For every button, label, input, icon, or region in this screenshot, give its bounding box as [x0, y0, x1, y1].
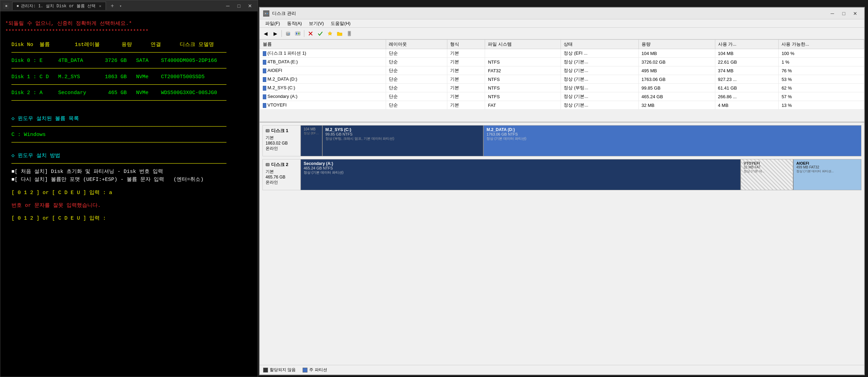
minimize-button[interactable]: ─ — [223, 2, 233, 9]
cell-volume: M.2_SYS (C:) — [260, 84, 386, 92]
cell-layout: 단순 — [386, 92, 447, 101]
disk2-sep: ────────────────────────────────────────… — [5, 97, 253, 105]
disk2-icon — [266, 163, 270, 167]
cell-capacity: 104 MB — [638, 49, 715, 58]
disk1-row: 디스크 1 기본 1863.02 GB 온라인 104 MB 정상 (EFI 시… — [262, 125, 861, 156]
disk1-sys-partition[interactable]: M.2_SYS (C:) 99.85 GB NTFS 정상 (부팅, 크래시 덤… — [323, 126, 484, 156]
col-volume: 볼륨 — [260, 40, 386, 49]
toolbar-settings-button[interactable] — [345, 29, 354, 38]
legend-primary: 주 파티션 — [303, 367, 327, 373]
cell-pct: 1 % — [779, 58, 864, 66]
section-install-sep: ────────────────────────────────────────… — [5, 160, 253, 168]
cell-capacity: 1763.06 GB — [638, 75, 715, 84]
table-row[interactable]: (디스크 1 파티션 1) 단순 기본 정상 (EFI ... 104 MB 1… — [260, 49, 864, 58]
col-type: 형식 — [447, 40, 485, 49]
table-row[interactable]: Secondary (A:) 단순 기본 NTFS 정상 (기본... 465.… — [260, 92, 864, 101]
toolbar-back-button[interactable]: ◀ — [261, 29, 270, 38]
cell-fs: NTFS — [485, 92, 561, 101]
cell-type: 기본 — [447, 49, 485, 58]
disk2-status: 온라인 — [266, 180, 297, 185]
disk1-sys-status: 정상 (부팅, 크래시 덤프, 기본 데이터 파티션) — [325, 136, 480, 141]
disk1-data-partition[interactable]: M.2_DATA (D:) 1763.06 GB NTFS 정상 (기본 데이터… — [484, 126, 861, 156]
diskman-maximize-button[interactable]: □ — [838, 9, 849, 18]
window-controls: ─ □ ✕ — [223, 2, 255, 9]
svg-marker-12 — [328, 31, 332, 35]
cell-used: 927.23 ... — [715, 75, 779, 84]
disk1-data-status: 정상 (기본 데이터 파티션) — [486, 136, 858, 141]
cell-volume: M.2_DATA (D:) — [260, 75, 386, 84]
disk2-row: 디스크 2 기본 465.76 GB 온라인 Secondary (A:) 46… — [262, 159, 861, 190]
windows-c: C : Windows — [5, 131, 253, 139]
cell-type: 기본 — [447, 66, 485, 75]
cell-pct: 76 % — [779, 66, 864, 75]
cell-capacity: 32 MB — [638, 101, 715, 110]
diskman-titlebar: 디스크 관리 ─ □ ✕ — [260, 8, 864, 19]
legend-primary-box — [303, 368, 307, 373]
cell-status: 정상 (부팅... — [561, 84, 638, 92]
disk2-aioefi-size: 499 MB FAT32 — [796, 165, 858, 169]
disk2-secondary-partition[interactable]: Secondary (A:) 465.24 GB NTFS 정상 (기본 데이터… — [301, 159, 741, 190]
toolbar-star-button[interactable] — [325, 29, 334, 38]
disk2-vtoyefi-status: 정상 (기본 데... — [744, 169, 790, 174]
table-row[interactable]: AIOEFI 단순 기본 FAT32 정상 (기본... 495 MB 374 … — [260, 66, 864, 75]
diskman-close-button[interactable]: ✕ — [850, 9, 861, 18]
cell-used: 266.86 ... — [715, 92, 779, 101]
close-button[interactable]: ✕ — [245, 2, 255, 9]
toolbar-delete-button[interactable] — [306, 29, 315, 38]
diskman-minimize-button[interactable]: ─ — [827, 9, 838, 18]
toolbar-forward-button[interactable]: ▶ — [271, 29, 280, 38]
disk1-sys-name: M.2_SYS (C:) — [325, 127, 480, 132]
table-row[interactable]: VTOYEFI 단순 기본 FAT 정상 (기본... 32 MB 4 MB 1… — [260, 101, 864, 110]
cell-layout: 단순 — [386, 58, 447, 66]
toolbar-folder-button[interactable] — [335, 29, 344, 38]
disk1-sys-size: 99.85 GB NTFS — [325, 132, 480, 136]
svg-rect-1 — [265, 13, 266, 14]
disk1-efi-partition[interactable]: 104 MB 정상 (EFI 시스... — [301, 126, 323, 156]
cell-volume: AIOEFI — [260, 66, 386, 75]
disk2-vtoyefi-partition[interactable]: VTOYEFI 32 MB FAT 정상 (기본 데... — [741, 159, 794, 190]
cell-volume: (디스크 1 파티션 1) — [260, 49, 386, 58]
new-tab-button[interactable]: + — [109, 3, 116, 9]
cell-capacity: 495 MB — [638, 66, 715, 75]
disk-table-body: (디스크 1 파티션 1) 단순 기본 정상 (EFI ... 104 MB 1… — [260, 49, 864, 110]
cell-status: 정상 (기본... — [561, 66, 638, 75]
maximize-button[interactable]: □ — [234, 2, 244, 9]
cell-status: 정상 (EFI ... — [561, 49, 638, 58]
prompt1: [ 0 1 2 ] or [ C D E U ] 입력 : a — [5, 189, 253, 197]
disk1-partitions: 104 MB 정상 (EFI 시스... M.2_SYS (C:) 99.85 … — [301, 125, 861, 156]
diskman-window: 디스크 관리 ─ □ ✕ 파일(F) 동작(A) 보기(V) 도움말(H) ◀ … — [259, 7, 865, 375]
menu-view[interactable]: 보기(V) — [305, 20, 327, 27]
tab-close-button[interactable]: ✕ — [99, 4, 101, 8]
cell-status: 정상 (기본... — [561, 75, 638, 84]
toolbar-partition-button[interactable] — [293, 29, 302, 38]
section-install: ◇ 윈도우 설치 방법 — [5, 152, 253, 160]
col-fs: 파일 시스템 — [485, 40, 561, 49]
col-used: 사용 가... — [715, 40, 779, 49]
toolbar-sep2 — [304, 30, 304, 37]
tab-dropdown-arrow[interactable]: ▾ — [119, 4, 122, 8]
table-row[interactable]: M.2_SYS (C:) 단순 기본 NTFS 정상 (부팅... 99.85 … — [260, 84, 864, 92]
section-windows-sep: ────────────────────────────────────────… — [5, 123, 253, 131]
cell-layout: 단순 — [386, 66, 447, 75]
legend-unallocated-label: 할당되지 않음 — [270, 367, 296, 373]
disk2-secondary-size: 465.24 GB NTFS — [304, 166, 737, 170]
terminal-tab[interactable]: ■ 관리자: 1. 설치 Disk or 볼륨 선택 ✕ — [12, 2, 106, 10]
cell-fs: NTFS — [485, 58, 561, 66]
menu-action[interactable]: 동작(A) — [284, 20, 305, 27]
disk1-data-size: 1763.06 GB NTFS — [486, 132, 858, 136]
warning-line1: *되돌릴 수 없으니, 신중히 정확하게 선택하세요.* — [5, 20, 253, 28]
toolbar-check-button[interactable] — [316, 29, 325, 38]
toolbar-disk-button[interactable] — [284, 29, 293, 38]
table-row[interactable]: 4TB_DATA (E:) 단순 기본 NTFS 정상 (기본... 3726.… — [260, 58, 864, 66]
disk2-aioefi-partition[interactable]: AIOEFI 499 MB FAT32 정상 (기본 데이터 파티션... — [794, 159, 861, 190]
menu-file[interactable]: 파일(F) — [262, 20, 284, 27]
legend-primary-label: 주 파티션 — [309, 367, 327, 373]
cell-used: 4 MB — [715, 101, 779, 110]
cell-fs: NTFS — [485, 75, 561, 84]
menu-help[interactable]: 도움말(H) — [327, 20, 354, 27]
cell-volume: VTOYEFI — [260, 101, 386, 110]
table-row[interactable]: M.2_DATA (D:) 단순 기본 NTFS 정상 (기본... 1763.… — [260, 75, 864, 84]
disk1-name: 디스크 1 — [271, 128, 288, 134]
section-windows: ◇ 윈도우 설치된 볼륨 목록 — [5, 115, 253, 123]
legend-unallocated-box — [263, 368, 268, 373]
